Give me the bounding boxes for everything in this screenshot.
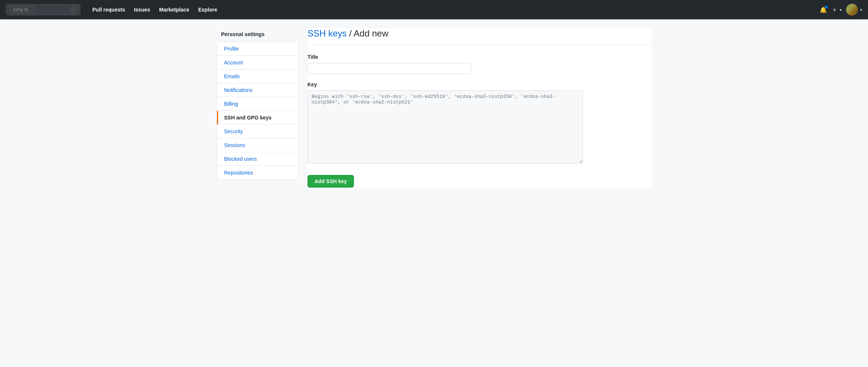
page-header: SSH keys / Add new: [307, 28, 651, 45]
breadcrumb-current: Add new: [354, 28, 388, 38]
title-group: Title: [307, 54, 651, 74]
breadcrumb-ssh-link[interactable]: SSH keys: [307, 28, 347, 38]
plus-icon: ＋: [832, 6, 837, 14]
sidebar-item-emails[interactable]: Emails: [217, 70, 298, 83]
key-label: Key: [307, 82, 651, 87]
title-label: Title: [307, 54, 651, 60]
user-menu-button[interactable]: ▾: [846, 4, 862, 16]
sidebar-item-notifications[interactable]: Notifications: [217, 83, 298, 97]
sidebar: Personal settings Profile Account Emails…: [217, 28, 299, 188]
avatar-chevron-icon: ▾: [860, 8, 862, 12]
sidebar-item-sessions[interactable]: Sessions: [217, 138, 298, 152]
key-group: Key: [307, 82, 651, 165]
navbar-links: Pull requests Issues Marketplace Explore: [89, 7, 217, 13]
notifications-button[interactable]: 🔔: [820, 6, 827, 13]
sidebar-item-blocked[interactable]: Blocked users: [217, 152, 298, 166]
chevron-down-icon: ▾: [840, 8, 842, 12]
key-textarea[interactable]: [307, 90, 583, 163]
sidebar-item-security[interactable]: Security: [217, 125, 298, 138]
page-layout: Personal settings Profile Account Emails…: [211, 28, 657, 188]
search-shortcut-badge: /: [71, 6, 76, 13]
sidebar-title: Personal settings: [217, 28, 299, 42]
issues-link[interactable]: Issues: [134, 7, 150, 13]
sidebar-item-repositories[interactable]: Repositories: [217, 166, 298, 179]
new-menu-button[interactable]: ＋ ▾: [832, 6, 842, 14]
sidebar-item-account[interactable]: Account: [217, 56, 298, 70]
sidebar-item-ssh[interactable]: SSH and GPG keys: [217, 111, 298, 125]
search-placeholder: Jump to...: [10, 6, 34, 13]
breadcrumb-separator: /: [347, 28, 354, 38]
sidebar-nav: Profile Account Emails Notifications Bil…: [217, 42, 299, 180]
marketplace-link[interactable]: Marketplace: [159, 7, 189, 13]
title-input[interactable]: [307, 63, 471, 74]
page-title: SSH keys / Add new: [307, 28, 651, 39]
explore-link[interactable]: Explore: [198, 7, 217, 13]
sidebar-item-profile[interactable]: Profile: [217, 42, 298, 56]
main-content: SSH keys / Add new Title Key Add SSH key: [307, 28, 651, 188]
navbar: Jump to... / Pull requests Issues Market…: [0, 0, 868, 19]
pull-requests-link[interactable]: Pull requests: [92, 7, 125, 13]
search-box[interactable]: Jump to... /: [6, 4, 80, 15]
notification-dot: [825, 6, 828, 9]
avatar: [846, 4, 858, 16]
navbar-right: 🔔 ＋ ▾ ▾: [820, 4, 862, 16]
add-ssh-key-button[interactable]: Add SSH key: [307, 175, 354, 188]
sidebar-item-billing[interactable]: Billing: [217, 97, 298, 111]
